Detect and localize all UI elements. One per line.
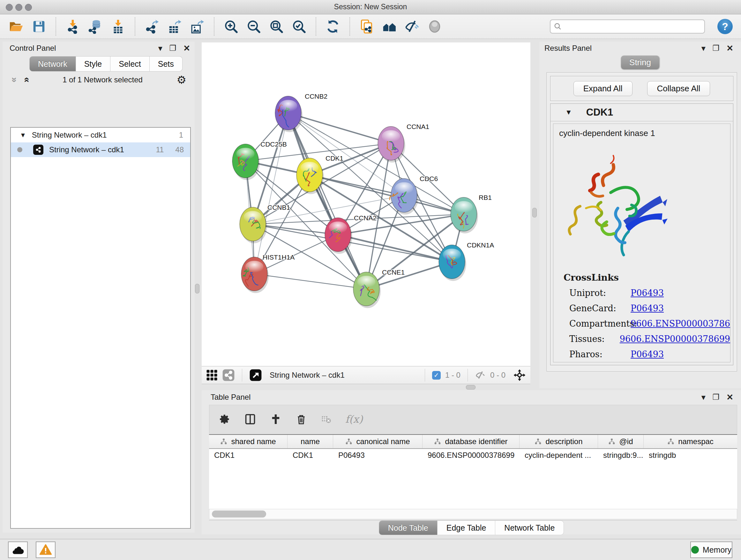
- panel-menu-icon[interactable]: [158, 44, 162, 53]
- panel-float-icon[interactable]: [713, 44, 720, 53]
- crosslink-link[interactable]: 9606.ENSP00000378699: [630, 319, 731, 328]
- zoom-selected-button[interactable]: [291, 18, 307, 35]
- left-splitter-handle[interactable]: [195, 284, 199, 294]
- column-header[interactable]: @id: [598, 435, 644, 448]
- tab-select[interactable]: Select: [111, 56, 149, 71]
- hidden-elements-icon[interactable]: [475, 370, 486, 381]
- export-network-button[interactable]: [144, 18, 160, 35]
- export-table-button[interactable]: [166, 18, 183, 35]
- right-splitter-handle[interactable]: [532, 208, 537, 217]
- network-row-selected[interactable]: String Network – cdk1 11 48: [11, 142, 190, 157]
- network-node-ccnb2[interactable]: [275, 96, 302, 132]
- panel-close-icon[interactable]: [183, 44, 190, 53]
- save-session-button[interactable]: [31, 18, 47, 35]
- toolbar-separator: [56, 17, 56, 36]
- pan-crosshair-icon[interactable]: [513, 369, 526, 381]
- bottom-splitter-handle[interactable]: [466, 385, 475, 389]
- zoom-in-button[interactable]: [223, 18, 239, 35]
- collection-expand-caret[interactable]: ▼: [20, 132, 26, 139]
- network-node-ccne1[interactable]: [353, 272, 381, 308]
- column-header[interactable]: canonical name: [333, 435, 422, 448]
- table-settings-gear-icon[interactable]: [219, 414, 230, 425]
- cloud-status-button[interactable]: [8, 542, 28, 558]
- cell-shared-name[interactable]: CDK1: [209, 449, 287, 462]
- panel-menu-icon[interactable]: [701, 44, 705, 53]
- zoom-fit-button[interactable]: [268, 18, 284, 35]
- column-header[interactable]: description: [520, 435, 598, 448]
- grid-view-icon[interactable]: [206, 369, 218, 381]
- panel-close-icon[interactable]: [726, 44, 733, 53]
- eye-slash-icon: [406, 21, 418, 32]
- tab-sets[interactable]: Sets: [150, 56, 183, 71]
- tab-network-table[interactable]: Network Table: [495, 520, 564, 535]
- show-columns-icon[interactable]: [245, 414, 256, 425]
- network-node-cdk1[interactable]: [296, 158, 324, 194]
- zoom-out-button[interactable]: [246, 18, 262, 35]
- add-column-icon[interactable]: [270, 414, 281, 425]
- show-all-button[interactable]: [427, 18, 443, 35]
- cell-database-identifier[interactable]: 9606.ENSP00000378699: [422, 449, 520, 462]
- panel-close-icon[interactable]: [726, 392, 733, 402]
- help-button[interactable]: [718, 19, 733, 34]
- gene-section-header[interactable]: ▼ CDK1: [550, 104, 733, 121]
- tab-network[interactable]: Network: [29, 56, 76, 71]
- network-node-rb1[interactable]: [451, 197, 478, 233]
- warnings-button[interactable]: [36, 542, 56, 558]
- collapse-all-button[interactable]: Collapse All: [647, 81, 711, 96]
- column-header[interactable]: name: [287, 435, 333, 448]
- string-network-graph[interactable]: CCNB2CCNA1CDC25BCDK1CDC6RB1CCNB1CCNA2CDK…: [202, 43, 530, 366]
- network-canvas[interactable]: CCNB2CCNA1CDC25BCDK1CDC6RB1CCNB1CCNA2CDK…: [202, 43, 530, 366]
- network-node-hist1h1a[interactable]: [241, 257, 269, 293]
- import-network-file-button[interactable]: [65, 18, 81, 35]
- tab-edge-table[interactable]: Edge Table: [437, 520, 495, 535]
- import-table-button[interactable]: [110, 18, 126, 35]
- network-node-ccna1[interactable]: [378, 126, 405, 163]
- cell-description[interactable]: cyclin-dependent ...: [520, 449, 598, 462]
- tab-node-table[interactable]: Node Table: [379, 520, 437, 535]
- crosslink-link[interactable]: 9606.ENSP00000378699: [620, 334, 730, 344]
- node-label-cdc25b: CDC25B: [260, 140, 287, 148]
- gene-expand-caret[interactable]: ▼: [565, 108, 572, 117]
- crosslink-link[interactable]: P06493: [630, 303, 664, 313]
- tab-style[interactable]: Style: [76, 56, 111, 71]
- memory-button[interactable]: Memory: [690, 542, 732, 558]
- network-share-toggle-icon[interactable]: [222, 369, 235, 381]
- cell-namespace[interactable]: stringdb: [644, 449, 737, 462]
- crosslink-link[interactable]: P06493: [630, 288, 664, 298]
- cell-name[interactable]: CDK1: [287, 449, 333, 462]
- tab-string[interactable]: String: [621, 56, 659, 69]
- expand-all-button[interactable]: Expand All: [574, 81, 632, 96]
- column-header[interactable]: database identifier: [422, 435, 520, 448]
- export-image-button[interactable]: [189, 18, 205, 35]
- network-node-ccnb1[interactable]: [240, 207, 267, 243]
- panel-float-icon[interactable]: [713, 393, 720, 401]
- network-options-gear-icon[interactable]: [177, 73, 186, 86]
- footer-separator: [242, 369, 242, 381]
- crosslink-link[interactable]: P06493: [630, 349, 664, 359]
- cell-canonical-name[interactable]: P06493: [333, 449, 422, 462]
- refresh-view-button[interactable]: [325, 18, 341, 35]
- delete-column-icon[interactable]: [295, 414, 307, 425]
- collapse-all-networks-icon[interactable]: »: [9, 77, 20, 83]
- search-input[interactable]: [564, 22, 701, 31]
- network-node-cdkn1a[interactable]: [439, 245, 466, 281]
- open-session-button[interactable]: [8, 18, 24, 35]
- clone-network-button[interactable]: [359, 18, 375, 35]
- scrollbar-thumb[interactable]: [212, 510, 266, 517]
- hide-selected-button[interactable]: [404, 18, 420, 35]
- birds-eye-view-icon[interactable]: [249, 369, 262, 381]
- panel-float-icon[interactable]: [170, 44, 177, 53]
- network-selection-status: 1 of 1 Network selected: [34, 75, 171, 84]
- column-header[interactable]: namespac: [644, 435, 737, 448]
- import-network-database-button[interactable]: [87, 18, 104, 35]
- table-horizontal-scrollbar[interactable]: [209, 509, 737, 519]
- panel-menu-icon[interactable]: [701, 392, 705, 402]
- two-houses-button[interactable]: [381, 18, 397, 35]
- network-node-ccna2[interactable]: [325, 218, 352, 254]
- cell-id[interactable]: stringdb:9...: [598, 449, 644, 462]
- network-collection-row[interactable]: ▼ String Network – cdk1 1: [11, 128, 190, 142]
- expand-all-networks-icon[interactable]: »: [20, 77, 31, 83]
- selected-nodes-checkbox[interactable]: [432, 371, 441, 380]
- column-header[interactable]: shared name: [209, 435, 287, 448]
- table-row[interactable]: CDK1 CDK1 P06493 9606.ENSP00000378699 cy…: [209, 449, 737, 462]
